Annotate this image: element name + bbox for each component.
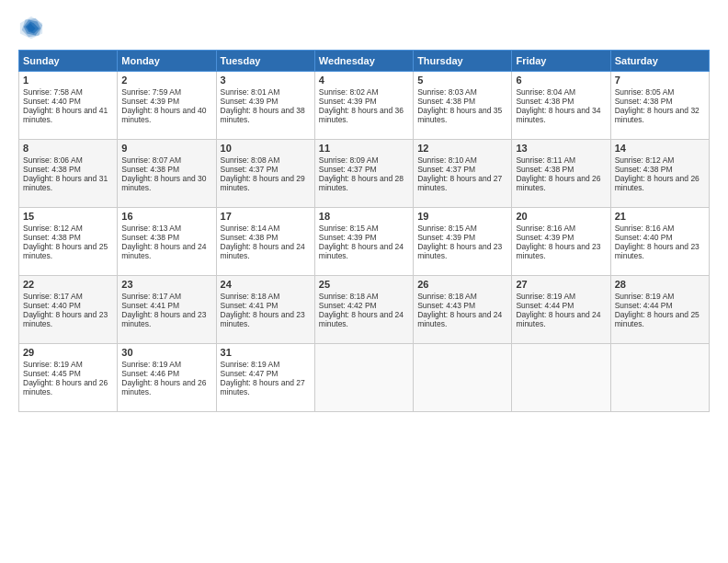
calendar-cell: 15Sunrise: 8:12 AMSunset: 4:38 PMDayligh… xyxy=(19,208,118,276)
daylight-text: Daylight: 8 hours and 25 minutes. xyxy=(23,242,113,260)
sunset-text: Sunset: 4:40 PM xyxy=(615,233,705,242)
sunset-text: Sunset: 4:39 PM xyxy=(319,233,409,242)
sunset-text: Sunset: 4:42 PM xyxy=(319,301,409,310)
sunrise-text: Sunrise: 7:59 AM xyxy=(121,87,211,97)
sunset-text: Sunset: 4:39 PM xyxy=(221,97,311,106)
sunrise-text: Sunrise: 8:12 AM xyxy=(23,224,113,233)
sunset-text: Sunset: 4:38 PM xyxy=(121,165,211,174)
sunrise-text: Sunrise: 8:17 AM xyxy=(23,292,113,301)
daylight-text: Daylight: 8 hours and 24 minutes. xyxy=(516,310,606,328)
col-header-monday: Monday xyxy=(118,51,216,72)
day-number: 14 xyxy=(615,143,705,154)
sunset-text: Sunset: 4:38 PM xyxy=(615,165,705,174)
sunset-text: Sunset: 4:44 PM xyxy=(615,301,705,310)
week-row-5: 29Sunrise: 8:19 AMSunset: 4:45 PMDayligh… xyxy=(19,344,710,412)
daylight-text: Daylight: 8 hours and 34 minutes. xyxy=(516,106,606,124)
calendar-table: SundayMondayTuesdayWednesdayThursdayFrid… xyxy=(18,50,710,412)
day-number: 9 xyxy=(121,143,211,154)
sunrise-text: Sunrise: 8:17 AM xyxy=(121,292,211,301)
daylight-text: Daylight: 8 hours and 32 minutes. xyxy=(615,106,705,124)
daylight-text: Daylight: 8 hours and 23 minutes. xyxy=(121,310,211,328)
daylight-text: Daylight: 8 hours and 26 minutes. xyxy=(516,174,606,192)
sunrise-text: Sunrise: 8:10 AM xyxy=(417,155,507,165)
sunset-text: Sunset: 4:47 PM xyxy=(221,369,311,378)
sunset-text: Sunset: 4:39 PM xyxy=(516,233,606,242)
col-header-tuesday: Tuesday xyxy=(216,51,314,72)
calendar-cell: 8Sunrise: 8:06 AMSunset: 4:38 PMDaylight… xyxy=(19,140,118,208)
day-number: 28 xyxy=(615,279,705,290)
day-number: 16 xyxy=(121,211,211,222)
sunrise-text: Sunrise: 8:19 AM xyxy=(121,360,211,369)
day-number: 26 xyxy=(417,279,507,290)
day-number: 3 xyxy=(221,75,311,86)
calendar-cell: 1Sunrise: 7:58 AMSunset: 4:40 PMDaylight… xyxy=(19,72,118,140)
daylight-text: Daylight: 8 hours and 24 minutes. xyxy=(319,242,409,260)
sunrise-text: Sunrise: 7:58 AM xyxy=(23,87,113,97)
calendar-cell: 4Sunrise: 8:02 AMSunset: 4:39 PMDaylight… xyxy=(314,72,413,140)
calendar-cell: 2Sunrise: 7:59 AMSunset: 4:39 PMDaylight… xyxy=(118,72,216,140)
calendar-cell: 18Sunrise: 8:15 AMSunset: 4:39 PMDayligh… xyxy=(314,208,413,276)
day-number: 8 xyxy=(23,143,113,154)
col-header-thursday: Thursday xyxy=(414,51,512,72)
sunrise-text: Sunrise: 8:15 AM xyxy=(319,224,409,233)
week-row-1: 1Sunrise: 7:58 AMSunset: 4:40 PMDaylight… xyxy=(19,72,710,140)
daylight-text: Daylight: 8 hours and 29 minutes. xyxy=(221,174,311,192)
daylight-text: Daylight: 8 hours and 23 minutes. xyxy=(516,242,606,260)
daylight-text: Daylight: 8 hours and 25 minutes. xyxy=(615,310,705,328)
col-header-saturday: Saturday xyxy=(610,51,709,72)
day-number: 1 xyxy=(23,75,113,86)
sunset-text: Sunset: 4:38 PM xyxy=(23,165,113,174)
calendar-cell: 25Sunrise: 8:18 AMSunset: 4:42 PMDayligh… xyxy=(314,276,413,344)
sunrise-text: Sunrise: 8:15 AM xyxy=(417,224,507,233)
sunset-text: Sunset: 4:41 PM xyxy=(121,301,211,310)
daylight-text: Daylight: 8 hours and 24 minutes. xyxy=(417,310,507,328)
sunset-text: Sunset: 4:38 PM xyxy=(23,233,113,242)
calendar-page: SundayMondayTuesdayWednesdayThursdayFrid… xyxy=(0,0,728,563)
calendar-cell xyxy=(512,344,610,412)
calendar-cell: 26Sunrise: 8:18 AMSunset: 4:43 PMDayligh… xyxy=(414,276,512,344)
header xyxy=(18,15,710,40)
header-row: SundayMondayTuesdayWednesdayThursdayFrid… xyxy=(19,51,710,72)
sunset-text: Sunset: 4:41 PM xyxy=(221,301,311,310)
daylight-text: Daylight: 8 hours and 36 minutes. xyxy=(319,106,409,124)
calendar-cell: 17Sunrise: 8:14 AMSunset: 4:38 PMDayligh… xyxy=(216,208,314,276)
day-number: 5 xyxy=(417,75,507,86)
sunrise-text: Sunrise: 8:19 AM xyxy=(221,360,311,369)
col-header-wednesday: Wednesday xyxy=(314,51,413,72)
daylight-text: Daylight: 8 hours and 23 minutes. xyxy=(615,242,705,260)
daylight-text: Daylight: 8 hours and 23 minutes. xyxy=(23,310,113,328)
col-header-friday: Friday xyxy=(512,51,610,72)
calendar-cell: 14Sunrise: 8:12 AMSunset: 4:38 PMDayligh… xyxy=(610,140,709,208)
day-number: 19 xyxy=(417,211,507,222)
sunrise-text: Sunrise: 8:13 AM xyxy=(121,224,211,233)
sunrise-text: Sunrise: 8:03 AM xyxy=(417,87,507,97)
daylight-text: Daylight: 8 hours and 41 minutes. xyxy=(23,106,113,124)
calendar-cell: 22Sunrise: 8:17 AMSunset: 4:40 PMDayligh… xyxy=(19,276,118,344)
daylight-text: Daylight: 8 hours and 35 minutes. xyxy=(417,106,507,124)
calendar-cell: 29Sunrise: 8:19 AMSunset: 4:45 PMDayligh… xyxy=(19,344,118,412)
day-number: 11 xyxy=(319,143,409,154)
sunrise-text: Sunrise: 8:02 AM xyxy=(319,87,409,97)
daylight-text: Daylight: 8 hours and 26 minutes. xyxy=(23,378,113,396)
day-number: 10 xyxy=(221,143,311,154)
daylight-text: Daylight: 8 hours and 26 minutes. xyxy=(121,378,211,396)
daylight-text: Daylight: 8 hours and 31 minutes. xyxy=(23,174,113,192)
sunrise-text: Sunrise: 8:18 AM xyxy=(319,292,409,301)
sunrise-text: Sunrise: 8:18 AM xyxy=(417,292,507,301)
calendar-cell: 7Sunrise: 8:05 AMSunset: 4:38 PMDaylight… xyxy=(610,72,709,140)
day-number: 29 xyxy=(23,347,113,358)
day-number: 23 xyxy=(121,279,211,290)
day-number: 13 xyxy=(516,143,606,154)
sunset-text: Sunset: 4:38 PM xyxy=(516,165,606,174)
calendar-cell: 20Sunrise: 8:16 AMSunset: 4:39 PMDayligh… xyxy=(512,208,610,276)
calendar-cell: 27Sunrise: 8:19 AMSunset: 4:44 PMDayligh… xyxy=(512,276,610,344)
day-number: 12 xyxy=(417,143,507,154)
week-row-3: 15Sunrise: 8:12 AMSunset: 4:38 PMDayligh… xyxy=(19,208,710,276)
sunrise-text: Sunrise: 8:19 AM xyxy=(615,292,705,301)
sunrise-text: Sunrise: 8:12 AM xyxy=(615,155,705,165)
sunrise-text: Sunrise: 8:06 AM xyxy=(23,155,113,165)
sunrise-text: Sunrise: 8:19 AM xyxy=(23,360,113,369)
sunset-text: Sunset: 4:39 PM xyxy=(417,233,507,242)
day-number: 20 xyxy=(516,211,606,222)
sunrise-text: Sunrise: 8:19 AM xyxy=(516,292,606,301)
